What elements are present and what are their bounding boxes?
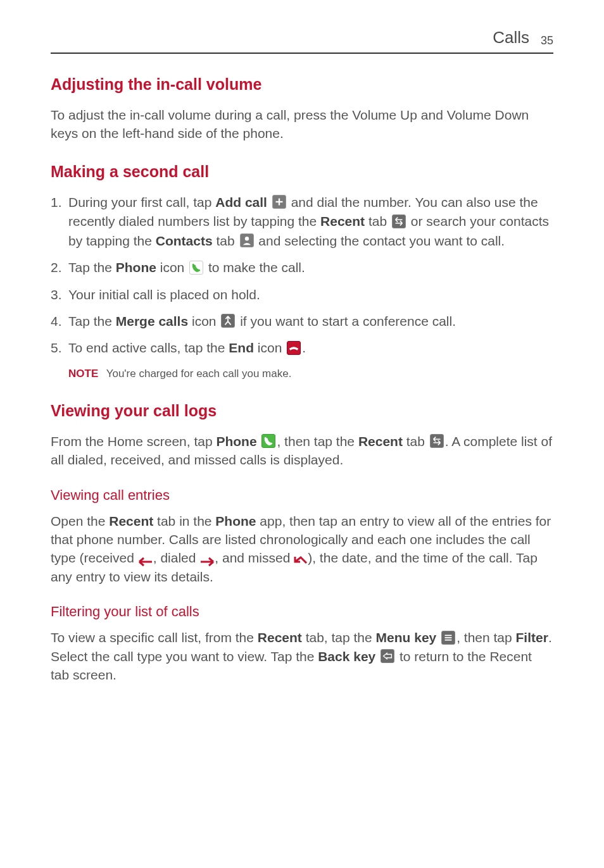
text: Open the	[51, 514, 109, 528]
second-call-steps: 1. During your first call, tap Add call …	[51, 193, 553, 358]
label-recent: Recent	[258, 630, 302, 645]
text: tab	[365, 214, 391, 228]
text: icon	[188, 314, 220, 328]
text: tab, tap the	[302, 630, 376, 645]
label-end: End	[229, 340, 254, 355]
text: To view a specific call list, from the	[51, 630, 258, 645]
step-4: 4. Tap the Merge calls icon if you want …	[51, 312, 553, 331]
step-1: 1. During your first call, tap Add call …	[51, 193, 553, 251]
text: , then tap	[456, 630, 515, 645]
text: icon	[156, 260, 188, 275]
note-text: You're charged for each call you make.	[106, 368, 292, 380]
heading-filtering-calls: Filtering your list of calls	[51, 601, 553, 622]
section-title: Calls	[493, 25, 529, 50]
label-back-key: Back key	[318, 649, 375, 664]
label-merge-calls: Merge calls	[116, 314, 188, 328]
label-recent: Recent	[358, 434, 403, 449]
text: tab	[213, 233, 239, 248]
text: and selecting the contact you want to ca…	[258, 233, 505, 248]
missed-call-icon	[294, 553, 308, 564]
text: if you want to start a conference call.	[240, 314, 456, 328]
label-menu-key: Menu key	[376, 630, 437, 645]
text: , dialed	[153, 550, 200, 565]
heading-adjusting-volume: Adjusting the in-call volume	[51, 73, 553, 97]
heading-call-logs: Viewing your call logs	[51, 399, 553, 423]
note-label: NOTE	[68, 368, 98, 380]
text: tab in the	[153, 514, 215, 528]
text: Tap the	[68, 314, 116, 328]
text: tab	[403, 434, 429, 449]
menu-key-icon	[441, 631, 455, 645]
recent-tab-icon	[392, 214, 406, 228]
add-call-icon	[272, 195, 286, 209]
text: icon	[254, 340, 286, 355]
label-filter: Filter	[516, 630, 548, 645]
step-number: 1.	[51, 193, 62, 212]
label-phone: Phone	[216, 434, 256, 449]
label-recent: Recent	[320, 214, 365, 228]
step-number: 2.	[51, 258, 62, 277]
phone-app-icon	[261, 434, 275, 448]
received-arrow-icon	[138, 553, 153, 563]
label-phone: Phone	[116, 260, 156, 275]
phone-icon	[189, 261, 203, 275]
call-logs-body: From the Home screen, tap Phone , then t…	[51, 432, 553, 469]
filtering-calls-body: To view a specific call list, from the R…	[51, 628, 553, 684]
recent-tab-icon	[430, 434, 444, 448]
label-recent: Recent	[109, 514, 153, 528]
label-contacts: Contacts	[156, 233, 213, 248]
svg-point-2	[244, 237, 248, 240]
back-key-icon	[381, 649, 394, 663]
label-phone: Phone	[215, 514, 256, 528]
step-2: 2. Tap the Phone icon to make the call.	[51, 258, 553, 277]
page-header: Calls 35	[51, 25, 553, 54]
adjusting-volume-body: To adjust the in-call volume during a ca…	[51, 106, 553, 143]
text: Tap the	[68, 260, 116, 275]
note: NOTE You're charged for each call you ma…	[51, 366, 553, 382]
dialed-arrow-icon	[199, 553, 215, 563]
merge-calls-icon	[221, 314, 235, 328]
heading-second-call: Making a second call	[51, 160, 553, 184]
end-call-icon	[287, 341, 301, 355]
text: .	[302, 340, 306, 355]
step-number: 3.	[51, 285, 62, 304]
text: Your initial call is placed on hold.	[68, 287, 260, 302]
label-add-call: Add call	[215, 195, 267, 209]
text: From the Home screen, tap	[51, 434, 216, 449]
step-number: 4.	[51, 312, 62, 331]
text: During your first call, tap	[68, 195, 215, 209]
text: , then tap the	[277, 434, 358, 449]
step-3: 3. Your initial call is placed on hold.	[51, 285, 553, 304]
viewing-entries-body: Open the Recent tab in the Phone app, th…	[51, 512, 553, 586]
text: To end active calls, tap the	[68, 340, 229, 355]
text: to make the call.	[208, 260, 305, 275]
contacts-tab-icon	[240, 233, 254, 247]
step-5: 5. To end active calls, tap the End icon…	[51, 338, 553, 357]
text: , and missed	[215, 550, 294, 565]
page-number: 35	[541, 32, 553, 49]
step-number: 5.	[51, 338, 62, 357]
heading-viewing-entries: Viewing call entries	[51, 485, 553, 505]
